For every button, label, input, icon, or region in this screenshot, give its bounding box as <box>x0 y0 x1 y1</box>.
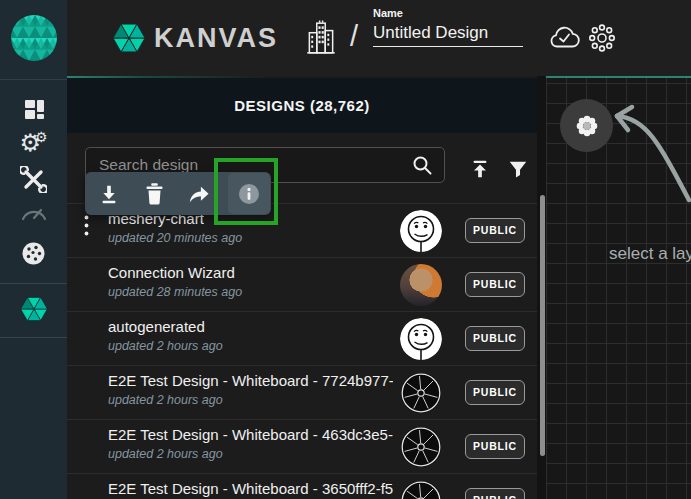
designs-panel: DESIGNS (28,762) <box>67 76 537 499</box>
top-app-bar: KANVAS / Name <box>67 0 691 76</box>
trash-icon[interactable] <box>142 181 166 205</box>
visibility-badge: PUBLIC <box>465 434 525 459</box>
dashboard-icon[interactable] <box>0 94 67 124</box>
design-name-group: Name <box>373 7 525 47</box>
owner-avatar-photo <box>400 264 442 306</box>
design-row[interactable]: autogenerated updated 2 hours ago PUBLIC <box>67 311 537 365</box>
design-updated: updated 20 minutes ago <box>108 231 242 245</box>
performance-gauge-icon[interactable] <box>0 197 67 227</box>
name-field-underline <box>373 46 523 47</box>
designs-count-title: DESIGNS (28,762) <box>234 97 370 114</box>
toolbox-icon[interactable] <box>0 164 67 194</box>
organization-building-icon[interactable] <box>305 20 337 60</box>
info-icon[interactable] <box>228 173 270 214</box>
brand-wordmark: KANVAS <box>154 23 278 54</box>
design-updated: updated 28 minutes ago <box>108 285 242 299</box>
layer5-logo-button[interactable] <box>0 0 67 80</box>
canvas-hint-text: select a layer <box>609 244 691 264</box>
design-row[interactable]: E2E Test Design - Whiteboard - 3650fff2-… <box>67 473 537 499</box>
owner-avatar-wheel <box>400 480 442 499</box>
designs-panel-header: DESIGNS (28,762) <box>67 78 537 133</box>
kebab-menu-icon[interactable] <box>84 215 89 241</box>
visibility-badge: PUBLIC <box>465 380 525 405</box>
share-icon[interactable] <box>186 182 210 206</box>
hint-arrow <box>601 103 691 208</box>
left-nav-sidebar: ⚙ ⚙ <box>0 0 67 499</box>
design-title: autogenerated <box>108 318 205 335</box>
design-title: E2E Test Design - Whiteboard - 463dc3e5- <box>108 426 393 443</box>
design-title: E2E Test Design - Whiteboard - 3650fff2-… <box>108 480 393 497</box>
kanvas-nav-icon[interactable] <box>0 294 67 324</box>
design-updated: updated 2 hours ago <box>108 393 223 407</box>
design-title: E2E Test Design - Whiteboard - 7724b977-… <box>108 372 393 389</box>
design-row[interactable]: E2E Test Design - Whiteboard - 7724b977-… <box>67 365 537 419</box>
sidebar-divider <box>0 337 67 338</box>
owner-avatar-wheel <box>400 372 442 414</box>
design-updated: updated 2 hours ago <box>108 447 223 461</box>
upload-design-icon[interactable] <box>467 156 493 182</box>
environment-nodes-icon[interactable] <box>588 23 616 56</box>
settings-gears-icon[interactable]: ⚙ ⚙ <box>0 128 67 158</box>
design-title: Connection Wizard <box>108 264 235 281</box>
search-icon[interactable] <box>412 155 433 180</box>
flower-icon <box>574 113 600 139</box>
extensions-icon[interactable] <box>0 238 67 268</box>
layer5-sphere-logo <box>11 15 57 65</box>
design-row[interactable]: E2E Test Design - Whiteboard - 463dc3e5-… <box>67 419 537 473</box>
list-scrollbar-thumb[interactable] <box>540 195 545 456</box>
design-row[interactable]: Connection Wizard updated 28 minutes ago… <box>67 257 537 311</box>
filter-icon[interactable] <box>505 156 531 182</box>
breadcrumb-separator: / <box>350 20 358 53</box>
kanvas-hexagon-icon <box>111 20 147 60</box>
sidebar-divider <box>0 283 67 284</box>
visibility-badge: PUBLIC <box>465 272 525 297</box>
owner-avatar-wheel <box>400 426 442 468</box>
owner-avatar-smiley <box>400 210 442 252</box>
visibility-badge: PUBLIC <box>465 488 525 499</box>
design-updated: updated 2 hours ago <box>108 339 223 353</box>
name-field-label: Name <box>373 7 525 19</box>
visibility-badge: PUBLIC <box>465 326 525 351</box>
design-name-input[interactable] <box>373 23 523 43</box>
design-list: meshery-chart updated 20 minutes ago PUB… <box>67 203 537 499</box>
owner-avatar-smiley <box>400 318 442 360</box>
design-canvas[interactable]: select a layer <box>546 76 691 499</box>
teal-accent-line <box>67 76 546 78</box>
visibility-badge: PUBLIC <box>465 218 525 243</box>
download-icon[interactable] <box>97 182 121 206</box>
selection-action-toolbar <box>85 172 271 215</box>
cloud-saved-icon[interactable] <box>549 26 581 54</box>
